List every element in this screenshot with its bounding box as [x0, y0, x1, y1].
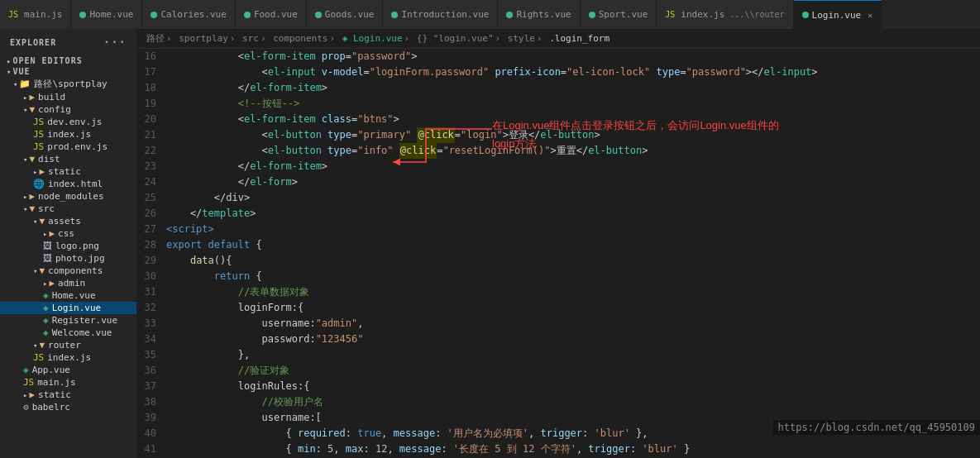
sidebar-item-main-js[interactable]: JS main.js: [0, 376, 136, 389]
code-line-42: { min: 5, max: 12, message: '长度在 5 到 12 …: [166, 441, 977, 457]
tab-goods-vue[interactable]: Goods.vue: [307, 0, 384, 29]
sidebar-menu-icon[interactable]: ···: [103, 36, 127, 49]
tab-rights-vue[interactable]: Rights.vue: [498, 0, 580, 29]
tab-sport-vue[interactable]: Sport.vue: [581, 0, 657, 29]
sidebar-item-sportplay[interactable]: ▾ 📁 路径\sportplay: [0, 77, 136, 91]
sidebar-item-node-modules[interactable]: ▸ ▶ node_modules: [0, 190, 136, 203]
sidebar-item-dist[interactable]: ▾ ▼ dist: [0, 153, 136, 165]
tab-introduction-vue[interactable]: Introduction.vue: [383, 0, 498, 29]
code-line-30: data(){: [166, 253, 977, 269]
tab-home-vue[interactable]: Home.vue: [71, 0, 142, 29]
open-editors-label[interactable]: ▸ OPEN EDITORS: [0, 55, 136, 66]
code-line-31: return {: [166, 269, 977, 284]
code-line-34: username:"admin",: [166, 316, 977, 332]
tab-food-vue[interactable]: Food.vue: [236, 0, 307, 29]
close-tab-icon[interactable]: ✕: [868, 11, 872, 20]
sidebar-item-welcome-vue[interactable]: ◈ Welcome.vue: [0, 327, 136, 339]
sidebar-item-photo[interactable]: 🖼 photo.jpg: [0, 252, 136, 265]
code-line-33: loginForm:{: [166, 300, 977, 316]
code-line-19: <!--按钮-->: [166, 96, 977, 112]
code-line-25: </div>: [166, 190, 977, 206]
code-content: <el-form-item prop="password"> <el-input…: [163, 49, 980, 458]
sidebar-item-router[interactable]: ▾ ▼ router: [0, 339, 136, 351]
code-line-38: loginRules:{: [166, 379, 977, 394]
tabs-bar: JS main.js Home.vue Calories.vue Food.vu…: [0, 0, 980, 29]
open-editors-section: ▸ OPEN EDITORS ▾ VUE ▾ 📁 路径\sportplay ▸ …: [0, 55, 136, 413]
line-numbers: 16 17 18 19 20 21 22 23 24 25 26 27 28 2…: [136, 49, 163, 458]
sidebar-item-login-vue[interactable]: ◈ Login.vue: [0, 302, 136, 314]
sidebar-item-logo[interactable]: 🖼 logo.png: [0, 240, 136, 252]
code-editor[interactable]: 16 17 18 19 20 21 22 23 24 25 26 27 28 2…: [136, 49, 980, 458]
sidebar-item-components[interactable]: ▾ ▼ components: [0, 265, 136, 277]
sidebar-item-index-config[interactable]: JS index.js: [0, 128, 136, 141]
sidebar-item-css[interactable]: ▸ ▶ css: [0, 227, 136, 240]
sidebar-item-build[interactable]: ▸ ▶ build: [0, 91, 136, 103]
sidebar-item-admin[interactable]: ▸ ▶ admin: [0, 277, 136, 289]
tab-calories-vue[interactable]: Calories.vue: [142, 0, 235, 29]
code-line-39: //校验用户名: [166, 394, 977, 410]
sidebar-header: EXPLORER ···: [0, 29, 136, 55]
watermark: https://blog.csdn.net/qq_45950109: [773, 420, 980, 435]
tab-login-vue[interactable]: Login.vue ✕: [794, 0, 882, 29]
sidebar-item-register-vue[interactable]: ◈ Register.vue: [0, 314, 136, 327]
code-line-17: <el-input v-model="loginForm.password" p…: [166, 64, 977, 80]
code-line-35: password:"123456": [166, 332, 977, 347]
tab-index-js[interactable]: JS index.js ...\\router: [657, 0, 793, 29]
breadcrumb: 路径› sportplay› src› components› ◈ Login.…: [136, 29, 980, 49]
app-container: JS main.js Home.vue Calories.vue Food.vu…: [0, 0, 980, 458]
code-line-32: //表单数据对象: [166, 284, 977, 300]
code-line-18: </el-form-item>: [166, 80, 977, 96]
sidebar-item-static2[interactable]: ▸ ▶ static: [0, 389, 136, 401]
sidebar-item-app-vue[interactable]: ◈ App.vue: [0, 364, 136, 376]
code-line-37: //验证对象: [166, 363, 977, 379]
code-line-16: <el-form-item prop="password">: [166, 49, 977, 64]
code-line-36: },: [166, 347, 977, 363]
sidebar-item-static[interactable]: ▸ ▶ static: [0, 165, 136, 178]
code-line-28: <script>: [166, 222, 977, 237]
sidebar-item-babelrc[interactable]: ⚙ babelrc: [0, 401, 136, 413]
sidebar-item-assets[interactable]: ▾ ▼ assets: [0, 215, 136, 227]
sidebar-item-src[interactable]: ▾ ▼ src: [0, 203, 136, 215]
sidebar: EXPLORER ··· ▸ OPEN EDITORS ▾ VUE ▾ 📁 路径…: [0, 29, 136, 458]
code-line-23: </el-form-item>: [166, 159, 977, 174]
sidebar-item-prod-env[interactable]: JS prod.env.js: [0, 141, 136, 153]
annotation-text: 在Login.vue组件点击登录按钮之后，会访问Login.vue组件的logi…: [492, 117, 779, 153]
tab-main-js[interactable]: JS main.js: [0, 0, 71, 29]
sidebar-item-config[interactable]: ▾ ▼ config: [0, 103, 136, 116]
sidebar-item-home-vue[interactable]: ◈ Home.vue: [0, 289, 136, 302]
main-layout: EXPLORER ··· ▸ OPEN EDITORS ▾ VUE ▾ 📁 路径…: [0, 29, 980, 458]
content-area: 路径› sportplay› src› components› ◈ Login.…: [136, 29, 980, 458]
code-line-24: </el-form>: [166, 174, 977, 190]
vue-label[interactable]: ▾ VUE: [0, 66, 136, 77]
code-line-26: </template>: [166, 206, 977, 222]
sidebar-item-router-index[interactable]: JS index.js: [0, 351, 136, 364]
sidebar-item-dev-env[interactable]: JS dev.env.js: [0, 116, 136, 128]
sidebar-item-index-html[interactable]: 🌐 index.html: [0, 178, 136, 190]
code-line-29: export default {: [166, 237, 977, 253]
